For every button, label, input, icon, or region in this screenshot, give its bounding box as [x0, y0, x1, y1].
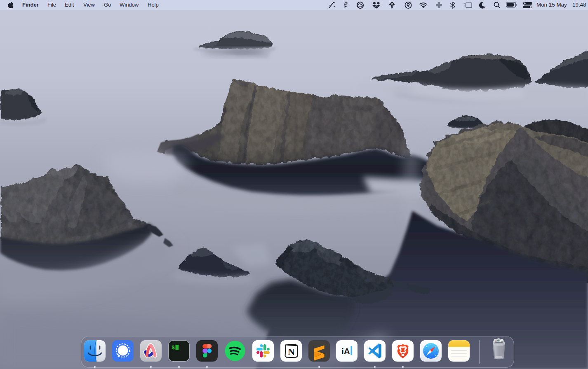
svg-text:iA: iA	[341, 346, 350, 356]
svg-text:$: $	[172, 345, 175, 351]
svg-text:N: N	[287, 346, 295, 357]
